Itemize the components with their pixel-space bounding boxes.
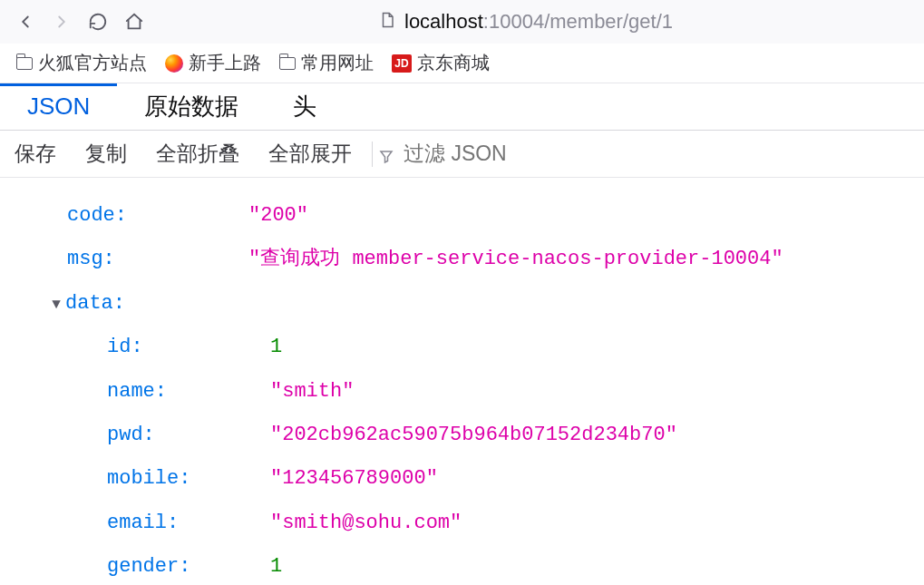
json-row-id[interactable]: id: 1 — [27, 326, 897, 369]
bookmark-label: 京东商城 — [417, 51, 490, 75]
json-key: name — [107, 380, 155, 403]
tab-headers[interactable]: 头 — [266, 83, 344, 130]
json-row-data[interactable]: ▼ data: — [27, 282, 897, 326]
forward-button[interactable] — [44, 4, 80, 40]
json-key: msg — [67, 248, 103, 270]
json-key: pwd — [107, 424, 143, 446]
back-button[interactable] — [7, 4, 44, 40]
json-key: id — [107, 336, 131, 358]
json-value: "smith" — [270, 370, 354, 414]
json-row-msg[interactable]: msg: "查询成功 member-service-nacos-provider… — [27, 238, 897, 281]
save-button[interactable]: 保存 — [0, 140, 71, 168]
tab-raw-data[interactable]: 原始数据 — [117, 83, 266, 130]
json-row-name[interactable]: name: "smith" — [27, 370, 897, 414]
json-row-email[interactable]: email: "smith@sohu.com" — [27, 502, 897, 545]
collapse-all-button[interactable]: 全部折叠 — [141, 140, 254, 168]
url-path: :10004/member/get/1 — [483, 10, 673, 34]
bookmark-getting-started[interactable]: 新手上路 — [165, 51, 261, 75]
json-row-mobile[interactable]: mobile: "123456789000" — [27, 457, 897, 501]
expand-all-button[interactable]: 全部展开 — [254, 140, 366, 168]
json-row-gender[interactable]: gender: 1 — [27, 545, 897, 585]
json-key: gender — [107, 555, 179, 578]
json-row-pwd[interactable]: pwd: "202cb962ac59075b964b07152d234b70" — [27, 414, 897, 457]
json-key: email — [107, 512, 167, 534]
viewer-tabs: JSON 原始数据 头 — [0, 83, 924, 131]
json-value: "查询成功 member-service-nacos-provider-1000… — [248, 238, 783, 281]
url-bar[interactable]: localhost:10004/member/get/1 — [370, 4, 917, 40]
json-value: "200" — [248, 194, 308, 238]
json-value: "smith@sohu.com" — [270, 502, 462, 545]
firefox-icon — [165, 54, 183, 73]
json-value: "202cb962ac59075b964b07152d234b70" — [270, 414, 677, 457]
collapse-toggle-icon[interactable]: ▼ — [49, 289, 63, 321]
filter-json-input[interactable] — [404, 141, 924, 166]
bookmark-label: 常用网址 — [301, 51, 374, 75]
json-viewer: code: "200" msg: "查询成功 member-service-na… — [0, 178, 924, 585]
home-button[interactable] — [116, 4, 152, 40]
toolbar-divider — [372, 141, 373, 167]
copy-button[interactable]: 复制 — [71, 140, 141, 168]
page-icon — [379, 11, 395, 34]
json-key: code — [67, 204, 115, 227]
json-key: data — [65, 292, 113, 315]
json-value: 1 — [270, 545, 282, 585]
bookmark-firefox-official[interactable]: 火狐官方站点 — [16, 51, 147, 75]
url-host: localhost — [404, 10, 483, 34]
bookmark-common-sites[interactable]: 常用网址 — [279, 51, 374, 75]
tab-json[interactable]: JSON — [0, 83, 117, 130]
viewer-toolbar: 保存 复制 全部折叠 全部展开 — [0, 131, 924, 178]
json-value: 1 — [270, 326, 282, 369]
bookmark-label: 火狐官方站点 — [38, 51, 147, 75]
bookmarks-toolbar: 火狐官方站点 新手上路 常用网址 JD 京东商城 — [0, 44, 924, 83]
reload-button[interactable] — [80, 4, 116, 40]
json-value: "123456789000" — [270, 457, 438, 501]
json-key: mobile — [107, 467, 179, 490]
folder-icon — [16, 57, 33, 70]
jd-icon: JD — [392, 54, 412, 73]
folder-icon — [279, 57, 296, 70]
filter-icon — [378, 146, 394, 162]
bookmark-label: 新手上路 — [189, 51, 261, 75]
nav-toolbar: localhost:10004/member/get/1 — [0, 0, 924, 44]
bookmark-jd[interactable]: JD 京东商城 — [392, 51, 490, 75]
json-row-code[interactable]: code: "200" — [27, 194, 897, 238]
